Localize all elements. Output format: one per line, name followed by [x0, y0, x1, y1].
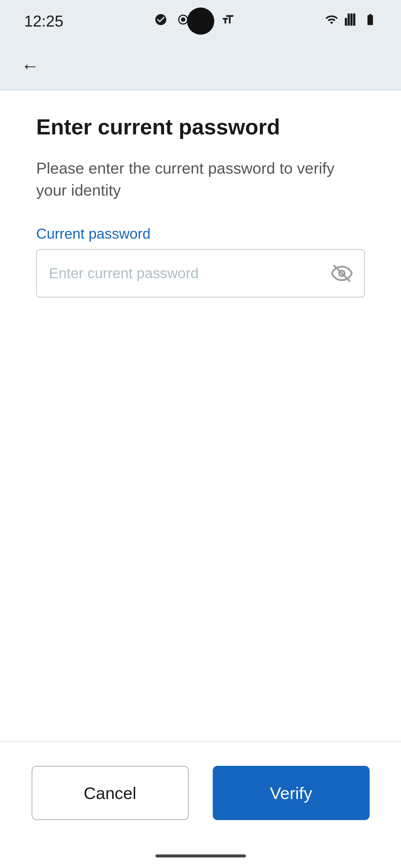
password-field-wrapper	[36, 249, 365, 298]
eye-icon	[331, 262, 353, 284]
field-label: Current password	[36, 225, 365, 242]
back-button[interactable]: ←	[18, 54, 42, 78]
status-bar: 12:25	[0, 0, 401, 42]
signal-icon	[344, 13, 357, 29]
battery-icon	[364, 13, 377, 29]
home-indicator	[155, 855, 246, 858]
camera-dot	[187, 7, 214, 35]
home-bar	[0, 844, 401, 868]
font-icon	[221, 13, 234, 29]
notification-icon	[154, 13, 168, 29]
status-time: 12:25	[24, 12, 63, 30]
wifi-icon	[325, 13, 338, 29]
page-description: Please enter the current password to ver…	[36, 157, 365, 201]
page-title: Enter current password	[36, 115, 365, 139]
main-content: Enter current password Please enter the …	[0, 90, 401, 741]
cancel-button[interactable]: Cancel	[32, 766, 189, 820]
bottom-action-bar: Cancel Verify	[0, 741, 401, 844]
toggle-password-visibility-button[interactable]	[331, 262, 353, 284]
svg-point-1	[181, 18, 185, 22]
back-arrow-icon: ←	[21, 57, 39, 75]
current-password-input[interactable]	[36, 249, 365, 298]
connectivity-icons	[325, 13, 377, 29]
top-nav: ←	[0, 42, 401, 90]
verify-button[interactable]: Verify	[213, 766, 370, 820]
